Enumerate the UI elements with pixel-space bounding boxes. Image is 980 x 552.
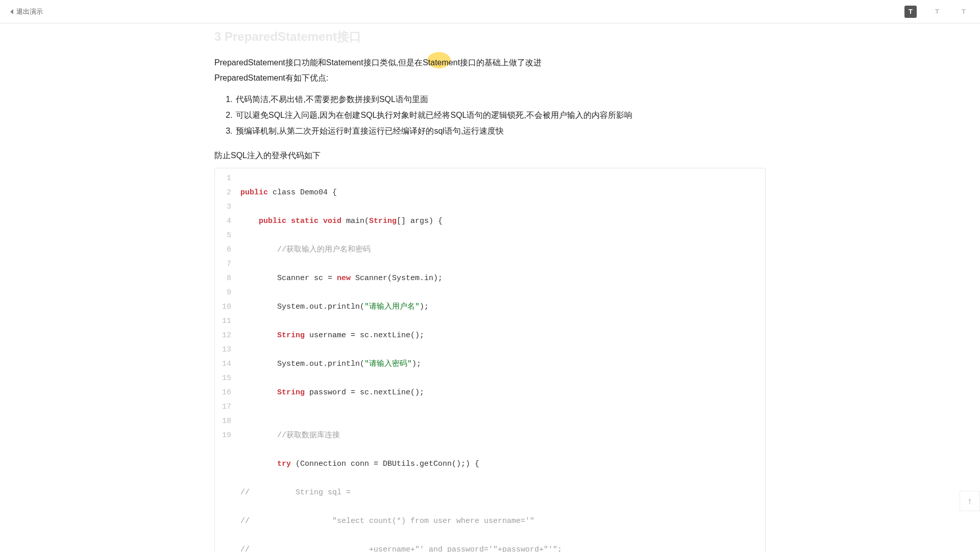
line-number: 10 [215, 300, 231, 314]
code-line: public static void main(String[] args) { [240, 214, 562, 229]
code-line: Scanner sc = new Scanner(System.in); [240, 271, 562, 286]
code-line: String password = sc.nextLine(); [240, 386, 562, 400]
line-number: 4 [215, 214, 231, 229]
list-item: 可以避免SQL注入问题,因为在创建SQL执行对象时就已经将SQL语句的逻辑锁死,… [235, 107, 766, 123]
line-number-gutter: 1 2 3 4 5 6 7 8 9 10 11 12 13 14 15 16 1… [215, 168, 235, 552]
line-number: 6 [215, 243, 231, 257]
code-line: //获取数据库连接 [240, 429, 562, 443]
font-size-medium-button[interactable]: T [931, 6, 943, 18]
line-number: 19 [215, 429, 231, 443]
font-size-small-button[interactable]: T [904, 6, 917, 18]
section-title: 3 PreparedStatement接口 [214, 23, 766, 55]
intro-before: PreparedStatement接口功能和Statement接口类似,但是在S… [214, 58, 430, 67]
font-size-large-button[interactable]: T [958, 6, 970, 18]
document-inner: 3 PreparedStatement接口 PreparedStatement接… [214, 23, 766, 552]
code-line: System.out.println("请输入密码"); [240, 357, 562, 371]
line-number: 18 [215, 414, 231, 429]
line-number: 17 [215, 400, 231, 414]
content-scroll[interactable]: 3 PreparedStatement接口 PreparedStatement接… [0, 23, 980, 552]
line-number: 15 [215, 371, 231, 386]
arrow-up-icon: ↑ [968, 496, 972, 507]
line-number: 9 [215, 286, 231, 300]
list-item: 预编译机制,从第二次开始运行时直接运行已经编译好的sql语句,运行速度快 [235, 123, 766, 139]
line-number: 1 [215, 171, 231, 186]
font-size-controls: T T T [904, 6, 970, 18]
chevron-left-icon [10, 9, 13, 14]
exit-label: 退出演示 [16, 7, 43, 16]
cursor-highlight: atem [430, 55, 449, 70]
line-number: 16 [215, 386, 231, 400]
advantages-list: 代码简洁,不易出错,不需要把参数拼接到SQL语句里面 可以避免SQL注入问题,因… [235, 91, 766, 139]
code-line: // +username+"' and password='"+password… [240, 543, 562, 552]
line-number: 12 [215, 329, 231, 343]
code-line: System.out.println("请输入用户名"); [240, 300, 562, 314]
intro-after: ent接口的基础上做了改进 [449, 58, 542, 67]
code-line: try (Connection conn = DBUtils.getConn()… [240, 457, 562, 471]
line-number: 3 [215, 200, 231, 214]
code-line: String username = sc.nextLine(); [240, 329, 562, 343]
code-body: public class Demo04 { public static void… [235, 168, 562, 552]
exit-presentation-button[interactable]: 退出演示 [10, 7, 43, 16]
intro-line-2: PreparedStatement有如下优点: [214, 70, 766, 86]
line-number: 13 [215, 343, 231, 357]
line-number: 14 [215, 357, 231, 371]
line-number: 5 [215, 229, 231, 243]
line-number: 7 [215, 257, 231, 271]
line-number: 2 [215, 186, 231, 200]
vertical-scrollbar[interactable] [974, 0, 980, 552]
intro-paragraph: PreparedStatement接口功能和Statement接口类似,但是在S… [214, 55, 766, 86]
code-line: //获取输入的用户名和密码 [240, 243, 562, 257]
code-line: // "select count(*) from user where user… [240, 514, 562, 529]
code-line: // String sql = [240, 486, 562, 500]
line-number: 11 [215, 314, 231, 329]
topbar: 退出演示 T T T [0, 0, 980, 23]
list-item: 代码简洁,不易出错,不需要把参数拼接到SQL语句里面 [235, 91, 766, 107]
code-intro: 防止SQL注入的登录代码如下 [214, 148, 766, 163]
code-line: public class Demo04 { [240, 186, 562, 200]
code-block: 1 2 3 4 5 6 7 8 9 10 11 12 13 14 15 16 1… [214, 168, 766, 552]
intro-line-1: PreparedStatement接口功能和Statement接口类似,但是在S… [214, 55, 766, 70]
line-number: 8 [215, 271, 231, 286]
